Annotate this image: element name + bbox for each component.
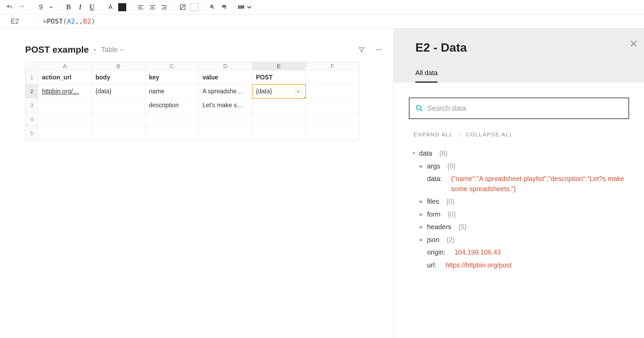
cell[interactable]: [92, 126, 145, 140]
row-number[interactable]: 1: [25, 71, 38, 84]
cell[interactable]: key: [145, 71, 199, 84]
cell[interactable]: Let's make s…: [199, 98, 252, 112]
table-header-bar: POST example • Table: [25, 44, 383, 55]
cell[interactable]: A spreadshe…: [199, 84, 252, 98]
tree-node-files[interactable]: ▶files {0}: [409, 197, 629, 207]
tree-node-url[interactable]: url: https://httpbin.org/post: [409, 260, 629, 270]
column-header-D[interactable]: D: [199, 62, 252, 71]
align-center-button[interactable]: [147, 0, 158, 14]
search-data-field[interactable]: [409, 98, 629, 119]
view-type-selector[interactable]: Table: [101, 45, 124, 54]
fill-color-button[interactable]: [116, 0, 128, 14]
font-color-button[interactable]: [105, 0, 116, 14]
expand-data-icon[interactable]: [295, 89, 302, 94]
cell[interactable]: [306, 84, 359, 98]
align-left-button[interactable]: [135, 0, 147, 14]
redo-button: [16, 0, 27, 14]
cell[interactable]: body: [92, 71, 145, 84]
cell[interactable]: [306, 126, 359, 140]
number-format-button[interactable]: 123: [237, 0, 253, 14]
active-cell-name[interactable]: E2: [0, 14, 37, 28]
svg-text:.0: .0: [210, 4, 213, 8]
column-header-E[interactable]: E: [252, 62, 306, 71]
cell[interactable]: value: [199, 71, 252, 84]
panel-title: E2 - Data: [415, 41, 624, 55]
separator: [234, 3, 234, 11]
align-right-button[interactable]: [158, 0, 170, 14]
row-number[interactable]: 2: [25, 84, 38, 98]
underline-button[interactable]: U: [86, 0, 98, 14]
close-panel-button[interactable]: [629, 39, 638, 49]
cell[interactable]: [92, 98, 145, 112]
undo-button[interactable]: [4, 0, 16, 14]
toolbar: 9 B I U .0 .00 123: [0, 0, 644, 14]
expand-all-button[interactable]: EXPAND ALL: [414, 131, 453, 138]
chevron-down-icon: [119, 47, 124, 52]
cell[interactable]: [252, 126, 306, 140]
formula-bar: E2 =POST(A2,,B2): [0, 14, 644, 28]
separator: [204, 3, 204, 11]
row-number[interactable]: 4: [25, 112, 38, 126]
cell[interactable]: [306, 71, 359, 84]
cell[interactable]: [92, 112, 145, 126]
cell[interactable]: [199, 112, 252, 126]
cell[interactable]: [252, 112, 306, 126]
cell[interactable]: [38, 126, 92, 140]
svg-point-6: [416, 105, 421, 110]
more-options-button[interactable]: [374, 45, 383, 54]
italic-button[interactable]: I: [74, 0, 86, 14]
bg-color-button[interactable]: [189, 0, 200, 14]
active-cell[interactable]: {data}: [252, 84, 306, 98]
cell[interactable]: [145, 112, 199, 126]
cell[interactable]: [306, 112, 359, 126]
increase-decimal-button[interactable]: .00: [219, 0, 231, 14]
cell[interactable]: [306, 98, 359, 112]
corner-cell[interactable]: [25, 62, 38, 71]
row-number[interactable]: 3: [25, 98, 38, 112]
cell[interactable]: {data}: [92, 84, 145, 98]
tree-node-headers[interactable]: ▶headers {5}: [409, 222, 629, 232]
cell[interactable]: POST: [252, 71, 306, 84]
separator-dot: •: [94, 45, 96, 54]
clear-format-button[interactable]: [177, 0, 189, 14]
tree-node-data[interactable]: ▼data {8}: [409, 148, 629, 159]
tab-all-data[interactable]: All data: [415, 69, 438, 83]
data-tree: ▼data {8} ▶args {0} data: {"name":"A spr…: [409, 148, 629, 270]
svg-point-3: [376, 49, 377, 50]
column-header-F[interactable]: F: [306, 62, 359, 71]
separator: [59, 3, 59, 11]
filter-button[interactable]: [357, 45, 366, 54]
svg-text:123: 123: [238, 5, 244, 9]
cell[interactable]: httpbin.org/…: [38, 84, 92, 98]
decrease-decimal-button[interactable]: .0: [207, 0, 219, 14]
tree-node-form[interactable]: ▶form {0}: [409, 209, 629, 220]
collapse-all-button[interactable]: COLLAPSE ALL: [466, 131, 513, 138]
svg-point-5: [380, 49, 381, 50]
separator: [30, 3, 31, 11]
tree-node-json[interactable]: ▶json {2}: [409, 235, 629, 245]
tree-node-data-string[interactable]: data: {"name":"A spreadsheet playlist","…: [409, 174, 629, 194]
cell[interactable]: name: [145, 84, 199, 98]
cell[interactable]: [252, 98, 306, 112]
tree-node-args[interactable]: ▶args {0}: [409, 161, 629, 171]
search-input[interactable]: [427, 104, 623, 113]
cell[interactable]: [38, 98, 92, 112]
tree-node-origin[interactable]: origin: 104.199.106.43: [409, 247, 629, 258]
separator: [173, 3, 174, 11]
cell[interactable]: action_url: [38, 71, 92, 84]
table-title: POST example: [25, 44, 89, 55]
cell[interactable]: description: [145, 98, 199, 112]
column-header-A[interactable]: A: [38, 62, 92, 71]
formula-input[interactable]: =POST(A2,,B2): [37, 17, 95, 25]
cell[interactable]: [145, 126, 199, 140]
cell[interactable]: [199, 126, 252, 140]
column-header-B[interactable]: B: [92, 62, 145, 71]
bold-button[interactable]: B: [63, 0, 74, 14]
svg-point-4: [378, 49, 379, 50]
separator: [101, 3, 101, 11]
cell[interactable]: [38, 112, 92, 126]
font-size-selector[interactable]: 9: [34, 3, 56, 11]
chevron-down-icon: [48, 5, 54, 10]
column-header-C[interactable]: C: [145, 62, 199, 71]
row-number[interactable]: 5: [25, 126, 38, 140]
